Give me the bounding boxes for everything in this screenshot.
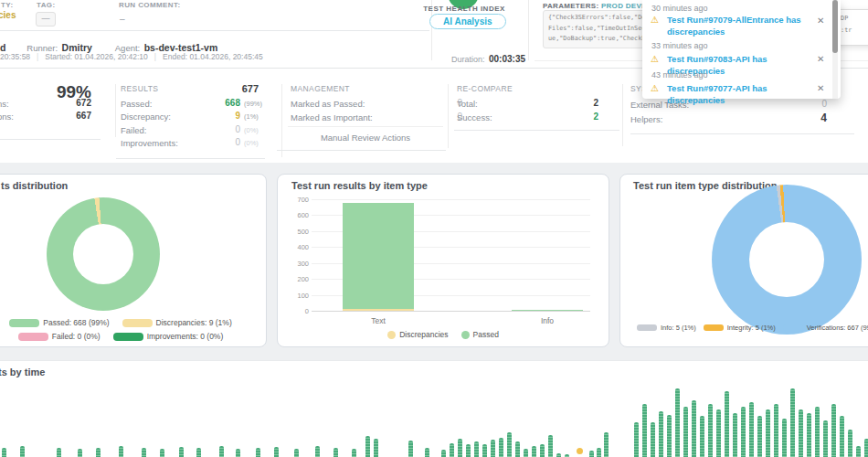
time-bar[interactable] (659, 411, 663, 457)
time-bar[interactable] (708, 404, 713, 457)
time-bar[interactable] (425, 448, 429, 457)
time-bar[interactable] (196, 448, 201, 457)
results-distribution-donut[interactable] (47, 197, 160, 311)
time-bar[interactable] (441, 450, 446, 457)
time-bar[interactable] (604, 432, 609, 457)
close-icon[interactable]: ✕ (817, 16, 824, 26)
legend-item[interactable]: Discrepancies: 9 (1%) (122, 318, 232, 327)
close-icon[interactable]: ✕ (817, 54, 824, 64)
time-bar[interactable] (219, 446, 224, 457)
bar-discrepancies-text[interactable] (343, 309, 414, 311)
item-type-distribution-title: Test run item type distribution (633, 180, 777, 191)
time-bar[interactable] (524, 449, 528, 457)
time-bar[interactable] (450, 443, 454, 457)
time-bar[interactable] (458, 439, 462, 457)
time-bar[interactable] (790, 388, 795, 457)
time-bar[interactable] (766, 409, 770, 457)
ai-analysis-button[interactable]: AI Analysis (429, 14, 506, 29)
notification-link[interactable]: Test Run#97077-API has discrepancies (667, 83, 815, 106)
time-bar[interactable] (667, 415, 672, 457)
time-bar[interactable] (856, 446, 861, 457)
time-bar[interactable] (700, 416, 704, 457)
time-bar[interactable] (466, 444, 471, 457)
time-bar[interactable] (782, 419, 787, 457)
time-bar[interactable] (374, 439, 378, 457)
close-icon[interactable]: ✕ (817, 83, 824, 93)
time-bar[interactable] (799, 409, 803, 457)
recompare-row-label: Success: (457, 112, 492, 122)
time-bar[interactable] (236, 449, 240, 457)
time-bar[interactable] (815, 407, 820, 457)
time-bar[interactable] (716, 409, 721, 457)
time-bar[interactable] (683, 407, 688, 457)
time-bar[interactable] (757, 416, 762, 457)
divider (0, 139, 101, 140)
legend-item[interactable]: Passed (461, 330, 499, 339)
time-bar[interactable] (96, 448, 101, 457)
time-bar[interactable] (597, 448, 601, 457)
time-bar[interactable] (491, 440, 495, 457)
time-bar[interactable] (515, 441, 520, 457)
results-by-time-chart[interactable] (0, 363, 868, 457)
time-bar[interactable] (333, 448, 338, 457)
item-type-distribution-donut[interactable] (712, 185, 862, 335)
bar-passed-text[interactable] (343, 203, 414, 309)
time-bar[interactable] (540, 444, 545, 457)
scrollbar-thumb[interactable] (832, 0, 838, 53)
time-bar[interactable] (807, 413, 811, 457)
time-bar[interactable] (548, 435, 553, 457)
legend-item[interactable]: Verifications: 667 (99%) (783, 324, 868, 332)
time-bar[interactable] (256, 448, 260, 457)
time-bar[interactable] (651, 422, 655, 457)
legend-item[interactable]: Integrity: 5 (1%) (704, 324, 776, 332)
time-bar[interactable] (408, 441, 413, 457)
legend-item[interactable]: Info: 5 (1%) (637, 324, 696, 332)
time-bar[interactable] (675, 388, 680, 457)
time-bar[interactable] (119, 446, 123, 457)
time-bar[interactable] (741, 407, 746, 457)
time-bar[interactable] (482, 444, 487, 457)
time-bar[interactable] (532, 446, 536, 457)
time-bar[interactable] (749, 402, 754, 457)
time-bar[interactable] (20, 446, 25, 457)
time-bar[interactable] (160, 449, 164, 457)
time-bar[interactable] (589, 451, 594, 457)
time-bar[interactable] (499, 438, 503, 457)
time-bar[interactable] (692, 400, 696, 457)
legend-item[interactable]: Improvements: 0 (0%) (113, 332, 224, 341)
time-bar[interactable] (823, 420, 828, 457)
time-bar[interactable] (864, 439, 868, 457)
time-bar[interactable] (831, 404, 836, 457)
time-bar[interactable] (733, 413, 737, 457)
time-bar[interactable] (642, 404, 647, 457)
manual-review-actions-link[interactable]: Manual Review Actions (302, 133, 429, 143)
time-bar[interactable] (352, 449, 356, 457)
time-bar[interactable] (274, 447, 279, 457)
time-marker-dot[interactable] (577, 448, 583, 454)
recompare-header: RE-COMPARE (457, 84, 513, 93)
time-bar[interactable] (2, 448, 6, 457)
time-bar[interactable] (507, 432, 512, 457)
time-bar[interactable] (57, 448, 61, 457)
parameters-code[interactable]: {"Check3SErrors":false,"DetaileFiles":fa… (543, 10, 654, 48)
time-bar[interactable] (474, 441, 479, 457)
time-bar[interactable] (634, 422, 639, 457)
time-bar[interactable] (142, 448, 146, 457)
time-bar[interactable] (179, 447, 184, 457)
legend-item[interactable]: Failed: 0 (0%) (18, 332, 101, 341)
tag-chip[interactable]: — (36, 12, 56, 27)
time-bar[interactable] (774, 404, 778, 457)
bar-passed-info[interactable] (512, 310, 583, 311)
time-bar[interactable] (725, 391, 729, 457)
time-bar[interactable] (556, 453, 561, 457)
legend-item[interactable]: Discrepancies (387, 330, 448, 339)
notification-link[interactable]: Test Run#97079-AllEntrance has discrepan… (667, 15, 815, 37)
time-bar[interactable] (840, 416, 844, 457)
time-bar[interactable] (365, 436, 370, 457)
recompare-row-value: 2 (553, 112, 598, 122)
time-bar[interactable] (848, 430, 852, 457)
legend-item[interactable]: Passed: 668 (99%) (9, 318, 109, 327)
time-bar[interactable] (294, 449, 299, 457)
time-bar[interactable] (315, 446, 320, 457)
time-bar[interactable] (78, 449, 82, 457)
